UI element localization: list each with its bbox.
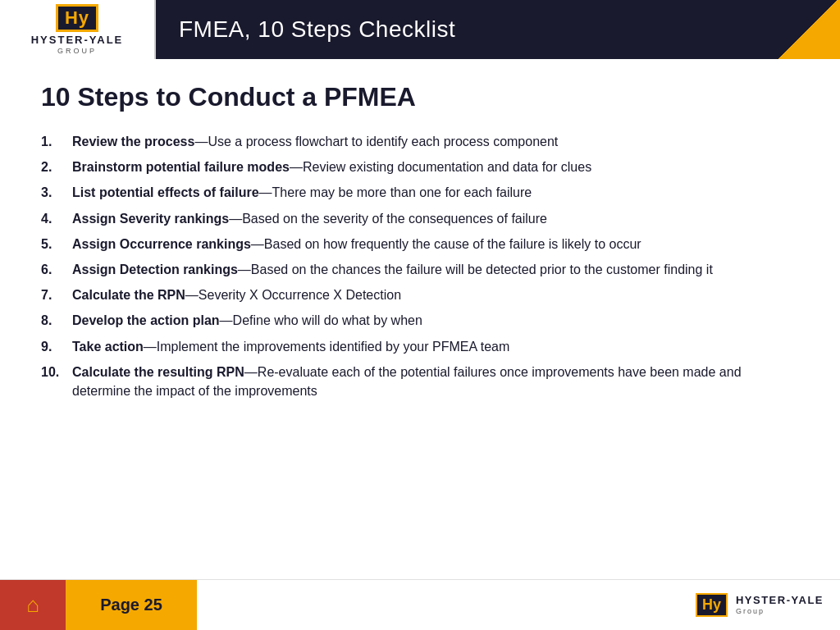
list-item: 10.Calculate the resulting RPN—Re-evalua… xyxy=(41,363,799,400)
step-text: Assign Detection rankings—Based on the c… xyxy=(72,260,799,279)
step-bold: Assign Occurrence rankings xyxy=(72,237,251,251)
list-item: 9.Take action—Implement the improvements… xyxy=(41,337,799,356)
step-number: 4. xyxy=(41,209,72,228)
footer-brand-group: Group xyxy=(736,607,765,615)
footer-page-label: Page 25 xyxy=(100,596,162,614)
footer: ⌂ Page 25 Hy HYSTER-YALE Group xyxy=(0,579,840,630)
steps-list: 1.Review the process—Use a process flowc… xyxy=(41,132,799,400)
main-content: 10 Steps to Conduct a PFMEA 1.Review the… xyxy=(0,59,840,423)
header-title: FMEA, 10 Steps Checklist xyxy=(179,16,455,43)
logo-box: Hy HYSTER-YALE GROUP xyxy=(31,4,124,55)
step-number: 6. xyxy=(41,260,72,279)
logo-group-text: GROUP xyxy=(57,47,97,55)
list-item: 2.Brainstorm potential failure modes—Rev… xyxy=(41,158,799,176)
step-text: Calculate the RPN—Severity X Occurrence … xyxy=(72,285,799,304)
list-item: 3.List potential effects of failure—Ther… xyxy=(41,183,799,202)
step-text: Brainstorm potential failure modes—Revie… xyxy=(72,158,799,176)
footer-home-button[interactable]: ⌂ xyxy=(0,580,66,631)
step-text: List potential effects of failure—There … xyxy=(72,183,799,202)
footer-brand-name: HYSTER-YALE xyxy=(736,595,824,606)
footer-page-area: Page 25 xyxy=(66,580,197,631)
step-text: Assign Occurrence rankings—Based on how … xyxy=(72,235,799,253)
step-number: 8. xyxy=(41,311,72,330)
step-bold: Assign Detection rankings xyxy=(72,262,238,276)
step-bold: Calculate the RPN xyxy=(72,288,185,302)
footer-logo-area: Hy HYSTER-YALE Group xyxy=(676,580,840,631)
step-text: Assign Severity rankings—Based on the se… xyxy=(72,209,799,228)
step-bold: Review the process xyxy=(72,135,194,148)
footer-brand-col: HYSTER-YALE Group xyxy=(736,595,824,614)
step-number: 3. xyxy=(41,183,72,202)
step-bold: Assign Severity rankings xyxy=(72,212,229,226)
step-bold: Develop the action plan xyxy=(72,313,220,327)
step-bold: Calculate the resulting RPN xyxy=(72,365,244,379)
step-bold: Take action xyxy=(72,340,144,354)
list-item: 8.Develop the action plan—Define who wil… xyxy=(41,311,799,330)
step-number: 9. xyxy=(41,337,72,356)
list-item: 5.Assign Occurrence rankings—Based on ho… xyxy=(41,235,799,253)
step-text: Take action—Implement the improvements i… xyxy=(72,337,799,356)
step-text: Calculate the resulting RPN—Re-evaluate … xyxy=(72,363,799,400)
step-number: 2. xyxy=(41,158,72,176)
list-item: 4.Assign Severity rankings—Based on the … xyxy=(41,209,799,228)
step-text: Review the process—Use a process flowcha… xyxy=(72,132,799,151)
list-item: 6.Assign Detection rankings—Based on the… xyxy=(41,260,799,279)
home-icon: ⌂ xyxy=(26,592,39,618)
step-text: Develop the action plan—Define who will … xyxy=(72,311,799,330)
list-item: 7.Calculate the RPN—Severity X Occurrenc… xyxy=(41,285,799,304)
footer-logo-hy: Hy xyxy=(696,593,728,617)
step-bold: List potential effects of failure xyxy=(72,185,259,199)
step-number: 7. xyxy=(41,285,72,304)
step-number: 1. xyxy=(41,132,72,151)
header: Hy HYSTER-YALE GROUP FMEA, 10 Steps Chec… xyxy=(0,0,840,59)
step-number: 5. xyxy=(41,235,72,253)
page-title: 10 Steps to Conduct a PFMEA xyxy=(41,82,799,112)
step-bold: Brainstorm potential failure modes xyxy=(72,160,290,174)
step-number: 10. xyxy=(41,363,72,400)
list-item: 1.Review the process—Use a process flowc… xyxy=(41,132,799,151)
header-logo: Hy HYSTER-YALE GROUP xyxy=(0,0,156,59)
logo-hy-text: Hy xyxy=(56,4,98,32)
logo-brand-text: HYSTER-YALE xyxy=(31,34,124,46)
header-title-area: FMEA, 10 Steps Checklist xyxy=(156,0,840,59)
